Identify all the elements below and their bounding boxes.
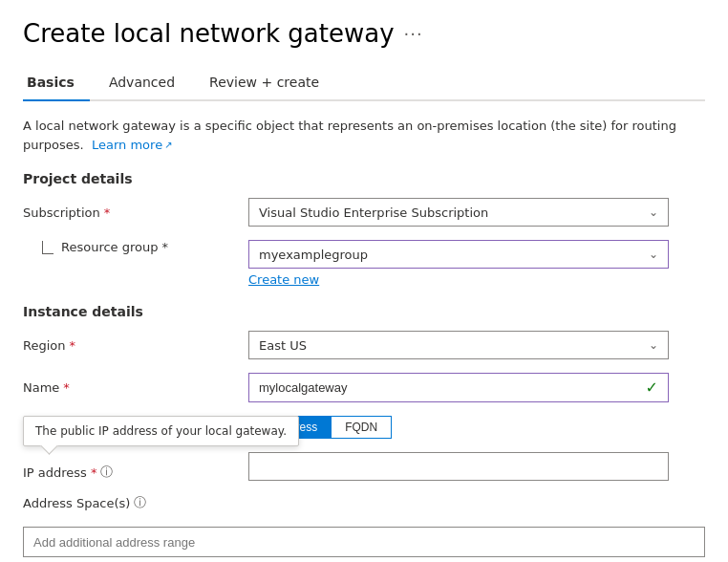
rg-indent-line: [42, 241, 54, 254]
name-required: *: [63, 380, 70, 395]
address-space-input-row: [23, 511, 705, 557]
endpoint-toggle-buttons: IP address FQDN: [248, 416, 669, 439]
ip-address-row: The public IP address of your local gate…: [23, 452, 705, 481]
name-row: Name * ✓: [23, 373, 705, 402]
tab-basics[interactable]: Basics: [23, 67, 90, 99]
project-details-section-title: Project details: [23, 171, 705, 186]
subscription-required: *: [104, 205, 111, 220]
resource-group-control-area: myexamplegroup ⌄ Create new: [248, 240, 669, 287]
name-input-container[interactable]: ✓: [248, 373, 669, 402]
tab-advanced[interactable]: Advanced: [105, 67, 190, 99]
ip-address-tooltip: The public IP address of your local gate…: [23, 416, 299, 446]
region-chevron-icon: ⌄: [649, 338, 658, 352]
subscription-label: Subscription *: [23, 205, 233, 220]
ip-address-input[interactable]: [248, 452, 669, 481]
tab-review-create[interactable]: Review + create: [205, 67, 334, 99]
subscription-dropdown[interactable]: Visual Studio Enterprise Subscription ⌄: [248, 198, 669, 227]
ellipsis-menu-button[interactable]: ···: [404, 24, 423, 44]
page-title: Create local network gateway: [23, 19, 395, 48]
address-space-info-icon[interactable]: ⓘ: [134, 494, 146, 511]
name-input-wrapper[interactable]: ✓: [248, 373, 669, 402]
region-row: Region * East US ⌄: [23, 331, 705, 359]
description-text: A local network gateway is a specific ob…: [23, 117, 705, 154]
fqdn-toggle-button[interactable]: FQDN: [332, 416, 392, 439]
name-checkmark-icon: ✓: [646, 378, 658, 397]
page-title-row: Create local network gateway ···: [23, 19, 705, 48]
name-label: Name *: [23, 380, 233, 395]
region-required: *: [70, 338, 76, 353]
region-dropdown[interactable]: East US ⌄: [248, 331, 669, 359]
tab-bar: Basics Advanced Review + create: [23, 67, 705, 101]
resource-group-required: *: [162, 240, 169, 254]
resource-group-row: Resource group * myexamplegroup ⌄ Create…: [23, 240, 705, 287]
resource-group-indent: Resource group *: [23, 240, 233, 254]
instance-details-section-title: Instance details: [23, 304, 705, 319]
name-input[interactable]: [259, 380, 640, 395]
ip-address-input-container[interactable]: [248, 452, 669, 481]
address-space-input[interactable]: [23, 527, 705, 557]
resource-group-label: Resource group *: [23, 240, 233, 254]
address-space-row: Address Space(s) ⓘ: [23, 494, 705, 511]
subscription-row: Subscription * Visual Studio Enterprise …: [23, 198, 705, 227]
ip-address-label: The public IP address of your local gate…: [23, 464, 233, 481]
learn-more-link[interactable]: Learn more ↗: [92, 136, 173, 155]
ip-required: *: [91, 465, 97, 480]
region-label: Region *: [23, 338, 233, 353]
resource-group-dropdown[interactable]: myexamplegroup ⌄: [248, 240, 669, 269]
subscription-chevron-icon: ⌄: [649, 205, 658, 219]
resource-group-chevron-icon: ⌄: [649, 248, 658, 261]
create-new-resource-group-link[interactable]: Create new: [248, 272, 319, 287]
region-dropdown-control[interactable]: East US ⌄: [248, 331, 669, 359]
endpoint-toggle-group[interactable]: IP address FQDN: [248, 416, 669, 439]
ip-info-icon[interactable]: ⓘ: [100, 464, 113, 481]
external-link-icon: ↗: [164, 138, 172, 152]
subscription-dropdown-control[interactable]: Visual Studio Enterprise Subscription ⌄: [248, 198, 669, 227]
address-space-label: Address Space(s) ⓘ: [23, 494, 233, 511]
